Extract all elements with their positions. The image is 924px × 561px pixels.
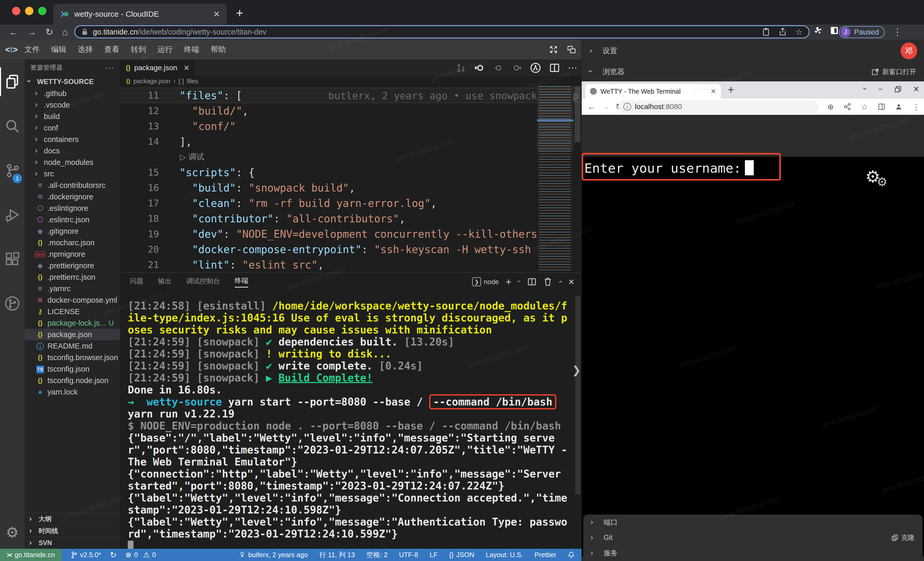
tree-item-package-lock.js...[interactable]: {}package-lock.js...U — [24, 317, 120, 329]
embedded-profile-icon[interactable] — [895, 103, 902, 110]
timeline-icon[interactable] — [530, 62, 541, 74]
tree-item-.eslintrc.json[interactable]: ⎔.eslintrc.json — [24, 214, 120, 226]
next-change-icon[interactable] — [512, 63, 522, 73]
menu-item-转到[interactable]: 转到 — [131, 45, 146, 54]
terminal-scrollbar[interactable] — [574, 296, 581, 520]
code-line-13[interactable]: 13 "conf/" — [120, 119, 581, 134]
menu-item-编辑[interactable]: 编辑 — [51, 45, 66, 54]
encoding[interactable]: UTF-8 — [399, 551, 418, 559]
layout-windows-icon[interactable] — [567, 45, 576, 54]
forward-icon[interactable]: → — [27, 27, 36, 38]
compare-changes-icon[interactable] — [456, 63, 466, 73]
right-section-服务[interactable]: ›服务 — [583, 545, 922, 561]
cursor-position[interactable]: 行 11, 列 13 — [320, 550, 355, 559]
indentation[interactable]: 空格: 2 — [366, 550, 387, 559]
tree-item-tsconfig.json[interactable]: TStsconfig.json — [24, 363, 120, 375]
sidebar-section-SVN[interactable]: ›SVN — [24, 537, 120, 549]
breadcrumb-file[interactable]: package.json — [134, 78, 170, 85]
user-avatar[interactable]: 邓 — [900, 42, 917, 59]
wetty-terminal[interactable]: Enter your username: ⚙⚙ — [582, 156, 924, 556]
tree-item-.npmignore[interactable]: npm.npmignore — [24, 248, 120, 260]
tree-item-.mocharc.json[interactable]: {}.mocharc.json — [24, 237, 120, 248]
browser-tab[interactable]: wetty-source - CloudIDE ✕ — [54, 4, 227, 24]
sync-indicator[interactable]: ↻ — [110, 550, 117, 559]
code-line-16[interactable]: 16 "build": "snowpack build", — [120, 180, 581, 196]
activitybar-source-control[interactable]: 1 — [0, 148, 24, 193]
codelens-debug[interactable]: ▷调试 — [120, 149, 581, 165]
tree-root[interactable]: › WETTY-SOURCE — [24, 76, 120, 88]
clipboard-icon[interactable] — [762, 27, 770, 36]
embedded-restore-icon[interactable] — [894, 86, 902, 93]
back-icon[interactable]: ← — [9, 27, 18, 38]
tree-item-.gitignore[interactable]: ◆.gitignore — [24, 226, 120, 237]
close-panel-icon[interactable]: ✕ — [568, 277, 574, 286]
profile-button[interactable]: J Paused — [839, 26, 885, 38]
home-icon[interactable]: ⌂ — [62, 27, 68, 38]
activitybar-run-debug[interactable] — [0, 193, 24, 237]
tree-item-tsconfig.node.json[interactable]: {}tsconfig.node.json — [24, 375, 120, 386]
tree-item-README.md[interactable]: iREADME.md — [24, 340, 120, 352]
activitybar-svn[interactable] — [0, 281, 24, 326]
code-editor[interactable]: 11 "files": [butlerx, 2 years ago • use … — [120, 86, 581, 272]
editor-tab-packagejson[interactable]: {} package.json ✕ — [120, 60, 195, 76]
side-panel-icon[interactable] — [830, 26, 839, 35]
terminal-shell-select[interactable]: ❯node — [472, 277, 499, 286]
notifications-bell[interactable] — [568, 551, 574, 559]
tree-item-.dockerignore[interactable]: ≋.dockerignore — [24, 191, 120, 203]
tree-item-docs[interactable]: ›docs — [24, 145, 120, 156]
window-close-button[interactable] — [12, 7, 20, 15]
formatter[interactable]: Prettier — [534, 551, 556, 559]
reload-icon[interactable]: ↻ — [45, 27, 53, 38]
breadcrumb-node[interactable]: files — [187, 78, 198, 85]
new-tab-button[interactable]: + — [236, 6, 243, 20]
tree-item-.yarnrc[interactable]: ≡.yarnrc — [24, 283, 120, 294]
code-line-17[interactable]: 17 "clean": "rm -rf build yarn-error.log… — [120, 196, 581, 211]
remote-indicator[interactable]: >< go.titanide.cn — [0, 549, 62, 561]
panel-tab-输出[interactable]: 输出 — [158, 277, 171, 287]
tree-item-src[interactable]: ›src — [24, 168, 120, 179]
window-maximize-button[interactable] — [38, 7, 46, 15]
embedded-share-icon[interactable] — [844, 103, 851, 111]
prev-change-icon[interactable] — [474, 62, 486, 74]
terminal-output[interactable]: [21:24:58] [esinstall] /home/ide/workspa… — [128, 300, 571, 546]
sidebar-section-大纲[interactable]: ›大纲 — [24, 513, 120, 525]
problems-indicator[interactable]: ⊗0 ⚠0 — [125, 550, 156, 559]
tree-item-.github[interactable]: ›.github — [24, 88, 120, 99]
share-icon[interactable] — [779, 27, 787, 36]
code-line-18[interactable]: 18 "contributor": "all-contributors", — [120, 211, 581, 226]
menu-item-选择[interactable]: 选择 — [78, 45, 93, 54]
embedded-forward-icon[interactable]: → — [602, 102, 610, 112]
editor-scrollbar[interactable] — [574, 86, 581, 272]
menu-item-查看[interactable]: 查看 — [104, 45, 119, 54]
bookmark-star-icon[interactable]: ☆ — [795, 27, 802, 36]
tree-item-containers[interactable]: ›containers — [24, 134, 120, 145]
tree-item-docker-compose.yml[interactable]: ≋docker-compose.yml — [24, 294, 120, 306]
change-dot-icon[interactable] — [493, 63, 504, 73]
window-minimize-button[interactable] — [25, 7, 33, 15]
open-new-window-button[interactable]: 新窗口打开 — [872, 67, 916, 77]
settings-gear-icon[interactable]: ⚙ — [0, 520, 24, 544]
tree-item-.vscode[interactable]: ›.vscode — [24, 99, 120, 111]
embedded-bookmark-icon[interactable]: ☆ — [861, 102, 868, 111]
embedded-tabsearch-icon[interactable]: › — [864, 85, 867, 94]
tree-item-.prettierrc.json[interactable]: {}.prettierrc.json — [24, 271, 120, 283]
tree-item-.eslintignore[interactable]: ⎔.eslintignore — [24, 203, 120, 214]
menu-item-帮助[interactable]: 帮助 — [211, 45, 226, 54]
tab-close-icon[interactable]: ✕ — [213, 9, 220, 19]
explorer-more-icon[interactable]: ··· — [105, 63, 114, 72]
extensions-puzzle-icon[interactable] — [813, 26, 822, 35]
code-line-12[interactable]: 12 "build/", — [120, 103, 581, 119]
keyboard-layout[interactable]: Layout: U.S. — [486, 551, 523, 559]
fullscreen-icon[interactable] — [549, 45, 558, 54]
code-line-20[interactable]: 20 "docker-compose-entrypoint": "ssh-key… — [120, 242, 581, 257]
activitybar-extensions[interactable] — [0, 237, 24, 281]
split-terminal-icon[interactable] — [527, 277, 537, 286]
tree-item-.all-contributorsrc[interactable]: ≡.all-contributorsrc — [24, 179, 120, 191]
tree-item-tsconfig.browser.json[interactable]: {}tsconfig.browser.json — [24, 352, 120, 363]
sidebar-section-时间线[interactable]: ›时间线 — [24, 525, 120, 537]
tree-item-node_modules[interactable]: ›node_modules — [24, 156, 120, 168]
panel-tab-调试控制台[interactable]: 调试控制台 — [186, 277, 220, 287]
tree-item-.prettierignore[interactable]: ◆.prettierignore — [24, 260, 120, 271]
minimap[interactable] — [537, 86, 574, 272]
activitybar-explorer[interactable] — [0, 60, 24, 104]
